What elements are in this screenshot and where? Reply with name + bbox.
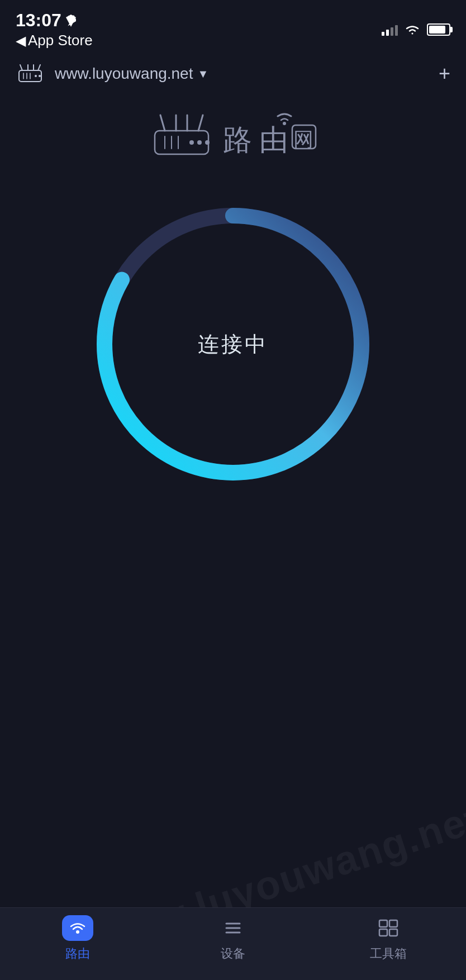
svg-point-20 [197, 140, 202, 145]
nav-left: www.luyouwang.net ▼ [16, 63, 208, 85]
connecting-text: 连接中 [198, 330, 268, 359]
logo-area: 路 由 网 [0, 93, 466, 171]
tab-device-icon [223, 918, 243, 938]
status-left: 13:07 ◀ App Store [16, 10, 93, 49]
svg-rect-34 [389, 920, 397, 927]
svg-line-4 [38, 65, 40, 70]
back-label: App Store [28, 32, 93, 49]
tab-toolbox-icon [377, 918, 400, 938]
site-url: www.luyouwang.net [55, 65, 193, 83]
battery-icon [427, 23, 450, 36]
tab-item-device[interactable]: 设备 [199, 915, 267, 962]
back-link[interactable]: ◀ App Store [16, 32, 93, 49]
nav-title[interactable]: www.luyouwang.net ▼ [55, 65, 208, 83]
svg-line-1 [20, 65, 22, 70]
svg-point-10 [39, 75, 41, 77]
svg-point-19 [189, 140, 194, 145]
svg-rect-33 [379, 920, 387, 927]
add-button[interactable]: + [439, 64, 450, 84]
tab-device-label: 设备 [221, 945, 245, 962]
svg-line-14 [198, 115, 203, 131]
status-icons [382, 23, 450, 36]
back-arrow: ◀ [16, 33, 26, 49]
svg-point-29 [76, 930, 79, 934]
nav-bar: www.luyouwang.net ▼ + [0, 55, 466, 93]
app-logo: 路 由 网 [148, 110, 318, 160]
svg-line-11 [160, 115, 165, 131]
time-display: 13:07 [16, 10, 61, 31]
location-icon [66, 15, 76, 27]
tab-item-router[interactable]: 路由 [44, 915, 111, 962]
svg-text:网: 网 [293, 128, 313, 151]
tab-router-icon-wrap [62, 915, 93, 941]
status-time: 13:07 [16, 10, 93, 31]
tab-bar: 路由 设备 工具箱 [0, 907, 466, 980]
logo-router-icon [148, 110, 215, 160]
svg-text:由: 由 [259, 123, 288, 156]
tab-router-active-bg [62, 915, 93, 941]
tab-router-label: 路由 [65, 945, 90, 962]
wifi-status-icon [405, 23, 420, 36]
tab-router-icon [69, 920, 87, 936]
status-bar: 13:07 ◀ App Store [0, 0, 466, 55]
tab-device-icon-wrap [217, 915, 249, 941]
tab-item-toolbox[interactable]: 工具箱 [355, 915, 422, 962]
logo-text-icon: 路 由 网 [217, 110, 318, 160]
signal-bars-icon [382, 23, 398, 36]
progress-ring-container: 连接中 [77, 188, 389, 501]
nav-chevron-icon: ▼ [197, 68, 208, 80]
svg-point-21 [205, 140, 210, 145]
svg-text:路: 路 [223, 123, 252, 156]
svg-rect-35 [379, 929, 387, 936]
svg-rect-36 [389, 929, 397, 936]
tab-toolbox-label: 工具箱 [370, 945, 407, 962]
tab-toolbox-icon-wrap [373, 915, 404, 941]
router-nav-icon [16, 63, 45, 85]
svg-point-9 [35, 75, 37, 77]
